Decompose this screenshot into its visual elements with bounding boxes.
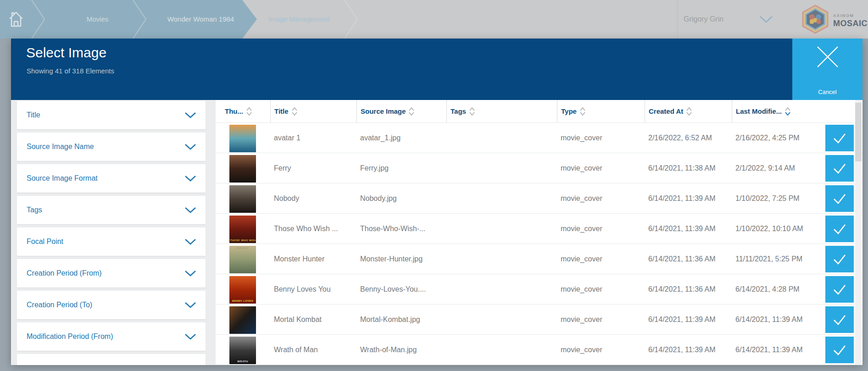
filter-card[interactable]: Creation Period (From) <box>17 259 206 288</box>
last-modified-cell: 2/16/2022, 4:25 PM <box>732 123 821 153</box>
chevron-down-icon <box>184 207 196 213</box>
thumbnail-caption <box>229 332 256 334</box>
column-label: Tags <box>451 107 466 115</box>
source-image-cell: Nobody.jpg <box>356 183 446 213</box>
last-modified-cell: 1/10/2022, 7:25 PM <box>732 183 821 213</box>
breadcrumb-item-image-management[interactable]: Image Management <box>268 0 346 39</box>
row-select-button[interactable] <box>825 246 854 272</box>
cancel-button-label: Cancel <box>818 89 836 95</box>
title-cell: Benny Loves You <box>270 274 356 304</box>
user-menu[interactable]: Grigory Grin <box>684 0 773 39</box>
last-modified-cell: 2/1/2022, 9:14 AM <box>732 153 821 183</box>
created-at-cell: 6/14/2021, 11:36 AM <box>645 274 732 304</box>
row-select-button[interactable] <box>825 125 854 151</box>
cancel-button[interactable]: Cancel <box>792 39 862 100</box>
thumbnail-caption: HUNTER <box>229 246 256 251</box>
table-row: Ferry Ferry.jpg movie_cover 6/14/2021, 1… <box>216 153 862 183</box>
filter-card[interactable]: Modification Period (To) <box>17 354 206 365</box>
thumbnail-cell: WRATH <box>216 335 270 365</box>
table-column-header[interactable]: Thu... <box>216 100 270 122</box>
table-column-header[interactable]: Tags <box>446 100 557 122</box>
column-label: Source Image <box>361 107 406 115</box>
filter-card[interactable]: Creation Period (To) <box>17 291 206 319</box>
filter-label: Focal Point <box>27 238 63 246</box>
row-select-button[interactable] <box>825 185 854 212</box>
table-column-header[interactable]: Title <box>270 100 356 122</box>
filter-card[interactable]: Focal Point <box>17 227 206 256</box>
sort-icon <box>409 107 414 116</box>
title-cell: Those Who Wish ... <box>270 214 356 244</box>
row-select-button[interactable] <box>825 337 854 363</box>
sort-icon <box>469 107 475 116</box>
row-select-button[interactable] <box>825 276 854 303</box>
thumbnail-cell: HUNTER <box>216 244 270 274</box>
select-image-modal: Select Image Showing 41 of 318 Elements … <box>11 39 862 365</box>
table-row: HUNTER Monster Hunter Monster-Hunter.jpg… <box>216 244 862 274</box>
movie-poster-thumbnail <box>229 185 256 213</box>
filter-card[interactable]: Title <box>17 101 206 129</box>
table-column-header[interactable]: Created At <box>645 100 732 122</box>
filter-label: Modification Period (To) <box>27 364 104 365</box>
column-label: Last Modifie... <box>736 107 782 115</box>
thumbnail-caption <box>229 150 256 152</box>
title-cell: Mortal Kombat <box>270 305 356 334</box>
movie-poster-thumbnail: THOSE WHO WISH ME DEAD <box>229 216 256 243</box>
chevron-down-icon <box>759 16 773 23</box>
created-at-cell: 2/16/2022, 6:52 AM <box>645 123 732 153</box>
column-label: Title <box>274 107 289 115</box>
table-column-header[interactable]: Type <box>557 100 645 122</box>
breadcrumb-separator-icon <box>30 0 46 39</box>
filter-card[interactable]: Source Image Name <box>17 133 206 161</box>
column-label: Created At <box>649 107 683 115</box>
thumbnail-cell <box>216 153 270 183</box>
table-scrollbar[interactable] <box>855 100 862 365</box>
created-at-cell: 6/14/2021, 11:36 AM <box>645 244 732 274</box>
modal-header: Select Image Showing 41 of 318 Elements … <box>11 39 862 100</box>
filter-label: Modification Period (From) <box>27 332 113 341</box>
close-icon <box>817 46 839 68</box>
axinom-mosaic-logo: AXINOM MOSAIC <box>801 5 868 34</box>
logo-text: AXINOM MOSAIC <box>833 14 868 28</box>
source-image-cell: Those-Who-Wish-... <box>356 214 446 244</box>
type-cell: movie_cover <box>557 305 645 334</box>
title-cell: Nobody <box>270 183 356 213</box>
thumbnail-cell <box>216 183 270 213</box>
chevron-down-icon <box>184 112 196 118</box>
tags-cell <box>446 183 557 213</box>
breadcrumb-item-wonder-woman-1984[interactable]: Wonder Woman 1984 <box>158 0 243 39</box>
row-select-button[interactable] <box>825 216 854 242</box>
filter-label: Creation Period (From) <box>27 269 102 277</box>
movie-poster-thumbnail: HUNTER <box>229 246 256 273</box>
filter-card[interactable]: Source Image Format <box>17 164 206 193</box>
sort-icon <box>292 107 297 116</box>
movie-poster-thumbnail: BENNY LOVES <box>229 276 256 304</box>
filter-label: Title <box>27 111 40 119</box>
chevron-down-icon <box>184 175 196 182</box>
checkmark-icon <box>831 251 848 267</box>
type-cell: movie_cover <box>557 183 645 213</box>
sort-icon <box>686 107 692 116</box>
created-at-cell: 6/14/2021, 11:39 AM <box>645 335 732 365</box>
row-select-button[interactable] <box>825 155 854 182</box>
type-cell: movie_cover <box>557 274 645 304</box>
table-column-header[interactable]: Source Image <box>356 100 446 122</box>
title-cell: Wrath of Man <box>270 335 356 365</box>
checkmark-icon <box>831 312 848 327</box>
thumbnail-cell <box>216 305 270 334</box>
source-image-cell: Wrath-of-Man.jpg <box>356 335 446 365</box>
row-select-button[interactable] <box>825 306 854 333</box>
breadcrumb-home-button[interactable] <box>8 10 24 28</box>
screen: Movies Wonder Woman 1984 Image Managemen… <box>0 0 868 371</box>
checkmark-icon <box>831 130 848 146</box>
sort-icon <box>246 107 252 116</box>
filter-card[interactable]: Modification Period (From) <box>17 322 206 351</box>
table-column-header[interactable]: Last Modifie... <box>732 100 821 122</box>
scrollbar-thumb[interactable] <box>855 103 862 161</box>
breadcrumb-item-movies[interactable]: Movies <box>64 0 131 39</box>
filter-label: Source Image Format <box>27 174 98 183</box>
filter-card[interactable]: Tags <box>17 196 206 224</box>
source-image-cell: avatar_1.jpg <box>356 123 446 153</box>
column-label: Type <box>561 107 577 115</box>
table-row: WRATH Wrath of Man Wrath-of-Man.jpg movi… <box>216 335 862 365</box>
tags-cell <box>446 305 557 334</box>
